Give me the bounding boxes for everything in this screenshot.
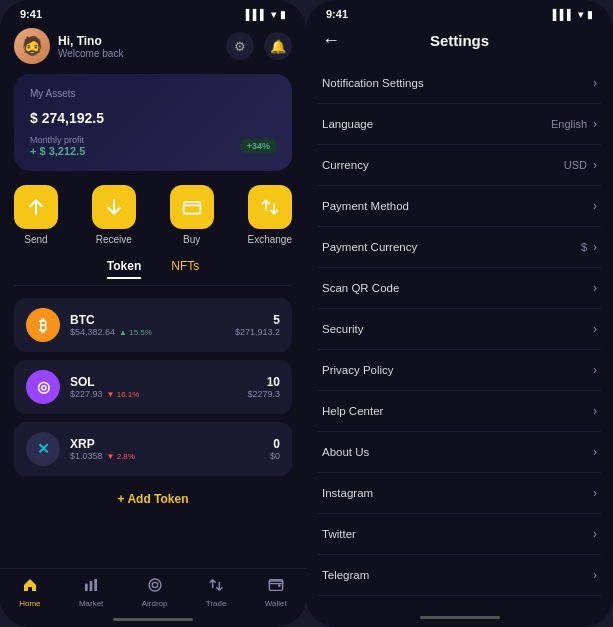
xrp-info: XRP $1.0358 ▼ 2.8% xyxy=(70,437,260,461)
sol-info: SOL $227.93 ▼ 16.1% xyxy=(70,375,237,399)
buy-icon xyxy=(170,185,214,229)
language-chevron: › xyxy=(593,117,597,131)
greeting-welcome: Welcome back xyxy=(58,48,123,59)
wifi-icon-right: ▾ xyxy=(578,9,583,20)
back-button[interactable]: ← xyxy=(322,30,340,51)
twitter-chevron: › xyxy=(593,527,597,541)
settings-item-telegram[interactable]: Telegram › xyxy=(318,555,601,596)
nav-wallet[interactable]: Wallet xyxy=(265,577,287,608)
currency-label: Currency xyxy=(322,159,369,171)
privacy-right: › xyxy=(593,363,597,377)
settings-item-twitter[interactable]: Twitter › xyxy=(318,514,601,555)
battery-icon-right: ▮ xyxy=(587,9,593,20)
send-button[interactable]: Send xyxy=(14,185,58,245)
time-left: 9:41 xyxy=(20,8,42,20)
greeting-hi: Hi, Tino xyxy=(58,34,123,48)
settings-list: Notification Settings › Language English… xyxy=(306,63,613,610)
user-info: 🧔 Hi, Tino Welcome back xyxy=(14,28,123,64)
exchange-label: Exchange xyxy=(247,234,291,245)
tab-token[interactable]: Token xyxy=(107,259,141,279)
xrp-logo: ✕ xyxy=(26,432,60,466)
settings-item-help[interactable]: Help Center › xyxy=(318,391,601,432)
header-row: 🧔 Hi, Tino Welcome back ⚙ 🔔 xyxy=(14,28,292,64)
settings-header: ← Settings xyxy=(306,24,613,63)
add-token-button[interactable]: + Add Token xyxy=(14,484,292,512)
language-right: English › xyxy=(551,117,597,131)
home-icon xyxy=(22,577,38,597)
payment-method-right: › xyxy=(593,199,597,213)
instagram-right: › xyxy=(593,486,597,500)
settings-icon[interactable]: ⚙ xyxy=(226,32,254,60)
bell-icon[interactable]: 🔔 xyxy=(264,32,292,60)
settings-title: Settings xyxy=(350,32,569,49)
facebook-right: › xyxy=(593,609,597,610)
status-icons-left: ▌▌▌ ▾ ▮ xyxy=(246,9,286,20)
nav-market[interactable]: Market xyxy=(79,577,103,608)
tabs-row: Token NFTs xyxy=(14,259,292,286)
security-label: Security xyxy=(322,323,364,335)
nav-airdrop[interactable]: Airdrop xyxy=(142,577,168,608)
status-icons-right: ▌▌▌ ▾ ▮ xyxy=(553,9,593,20)
trade-icon xyxy=(208,577,224,597)
settings-item-facebook[interactable]: Facebook › xyxy=(318,596,601,610)
signal-icon: ▌▌▌ xyxy=(246,9,267,20)
buy-button[interactable]: Buy xyxy=(170,185,214,245)
settings-item-language[interactable]: Language English › xyxy=(318,104,601,145)
nav-home[interactable]: Home xyxy=(19,577,40,608)
sol-price-row: $227.93 ▼ 16.1% xyxy=(70,389,237,399)
settings-item-instagram[interactable]: Instagram › xyxy=(318,473,601,514)
xrp-price: $1.0358 xyxy=(70,451,103,461)
payment-currency-label: Payment Currency xyxy=(322,241,417,253)
header-icons: ⚙ 🔔 xyxy=(226,32,292,60)
battery-icon: ▮ xyxy=(280,9,286,20)
btc-price-row: $54,382.64 ▲ 15.5% xyxy=(70,327,225,337)
svg-rect-3 xyxy=(94,579,97,591)
xrp-right: 0 $0 xyxy=(270,437,280,461)
xrp-value: $0 xyxy=(270,451,280,461)
assets-amount: $ 274,192.5 xyxy=(30,103,276,129)
instagram-chevron: › xyxy=(593,486,597,500)
receive-button[interactable]: Receive xyxy=(92,185,136,245)
token-item-sol[interactable]: ◎ SOL $227.93 ▼ 16.1% 10 $2279.3 xyxy=(14,360,292,414)
btc-value: $271,913.2 xyxy=(235,327,280,337)
settings-item-security[interactable]: Security › xyxy=(318,309,601,350)
tab-nfts[interactable]: NFTs xyxy=(171,259,199,279)
send-icon xyxy=(14,185,58,229)
airdrop-nav-label: Airdrop xyxy=(142,599,168,608)
settings-item-payment-currency[interactable]: Payment Currency $ › xyxy=(318,227,601,268)
sol-logo: ◎ xyxy=(26,370,60,404)
monthly-label: Monthly profit xyxy=(30,135,85,145)
market-nav-label: Market xyxy=(79,599,103,608)
settings-item-about[interactable]: About Us › xyxy=(318,432,601,473)
token-item-btc[interactable]: ₿ BTC $54,382.64 ▲ 15.5% 5 $271,913.2 xyxy=(14,298,292,352)
left-phone: 9:41 ▌▌▌ ▾ ▮ 🧔 Hi, Tino Welcome back ⚙ xyxy=(0,0,306,627)
currency-right: USD › xyxy=(564,158,597,172)
btc-amount: 5 xyxy=(235,313,280,327)
avatar: 🧔 xyxy=(14,28,50,64)
twitter-right: › xyxy=(593,527,597,541)
token-item-xrp[interactable]: ✕ XRP $1.0358 ▼ 2.8% 0 $0 xyxy=(14,422,292,476)
currency-chevron: › xyxy=(593,158,597,172)
assets-label: My Assets xyxy=(30,88,276,99)
sol-name: SOL xyxy=(70,375,237,389)
nav-trade[interactable]: Trade xyxy=(206,577,227,608)
settings-item-payment-method[interactable]: Payment Method › xyxy=(318,186,601,227)
wifi-icon: ▾ xyxy=(271,9,276,20)
airdrop-icon xyxy=(147,577,163,597)
exchange-button[interactable]: Exchange xyxy=(247,185,291,245)
scan-qr-right: › xyxy=(593,281,597,295)
receive-icon xyxy=(92,185,136,229)
action-row: Send Receive xyxy=(14,185,292,245)
btc-name: BTC xyxy=(70,313,225,327)
settings-item-scan-qr[interactable]: Scan QR Code › xyxy=(318,268,601,309)
exchange-icon xyxy=(248,185,292,229)
payment-method-label: Payment Method xyxy=(322,200,409,212)
settings-item-privacy[interactable]: Privacy Policy › xyxy=(318,350,601,391)
privacy-label: Privacy Policy xyxy=(322,364,394,376)
currency-value: USD xyxy=(564,159,587,171)
wallet-icon xyxy=(268,577,284,597)
settings-item-currency[interactable]: Currency USD › xyxy=(318,145,601,186)
language-value: English xyxy=(551,118,587,130)
trade-nav-label: Trade xyxy=(206,599,227,608)
settings-item-notification[interactable]: Notification Settings › xyxy=(318,63,601,104)
